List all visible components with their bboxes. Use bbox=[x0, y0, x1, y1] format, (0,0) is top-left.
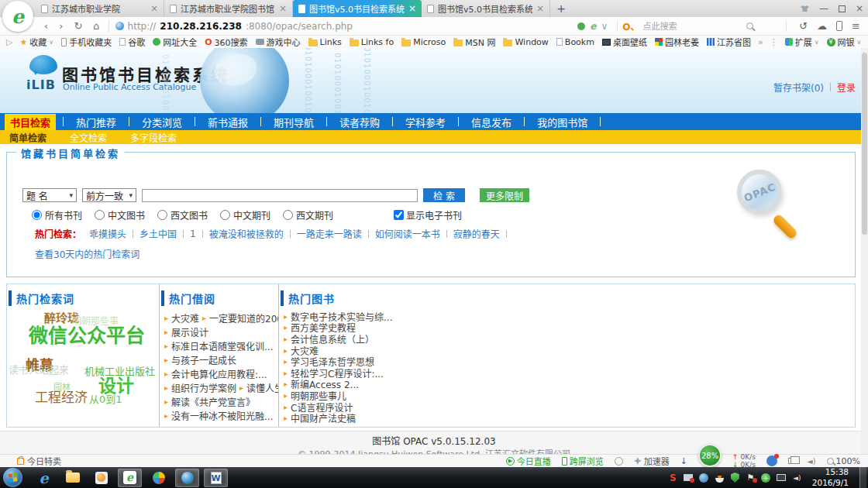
page-scrollbar[interactable] bbox=[861, 48, 868, 454]
nav-item-subject-reference[interactable]: 学科参考 bbox=[400, 114, 466, 130]
taskbar-mediaplayer-button[interactable] bbox=[89, 469, 113, 487]
borrow-link[interactable]: 大灾难 bbox=[171, 311, 199, 325]
radio-western-books[interactable] bbox=[157, 210, 167, 220]
skin-icon[interactable] bbox=[801, 5, 809, 12]
bookmark-laojiang[interactable]: 园林老姜 bbox=[651, 36, 703, 48]
browser-search-input[interactable] bbox=[642, 22, 743, 31]
cross-screen-button[interactable]: 跨屏浏览 bbox=[562, 455, 604, 467]
nav-item-reader-suggest[interactable]: 读者荐购 bbox=[334, 114, 400, 130]
bookmark-jslib[interactable]: 江苏省图 bbox=[703, 36, 755, 48]
bookmark-folder-microso[interactable]: Microso bbox=[398, 37, 450, 47]
book-link[interactable]: 中国财产法史稿 bbox=[291, 412, 356, 424]
radio-cn-journals[interactable] bbox=[220, 210, 230, 220]
tab-close-icon[interactable]: × bbox=[408, 3, 416, 14]
browser-tab-4[interactable]: 图书馆v5.0书目检索系统 × bbox=[422, 0, 550, 17]
more-limits-button[interactable]: 更多限制 bbox=[480, 188, 529, 202]
book-link[interactable]: 大灾难 bbox=[291, 345, 319, 356]
network-percent-badge[interactable]: 28% bbox=[698, 444, 722, 467]
taskbar-globe-app-button[interactable] bbox=[175, 469, 199, 487]
borrow-link[interactable]: 会计电算化应用教程:... bbox=[171, 367, 267, 380]
start-button[interactable] bbox=[3, 468, 22, 487]
book-link[interactable]: 西方美学史教程 bbox=[291, 322, 356, 334]
book-link[interactable]: 学习毛泽东哲学思想 bbox=[291, 356, 374, 367]
browser-tab-2[interactable]: 江苏城市职业学院图书馆 × bbox=[164, 0, 293, 17]
cloud-word[interactable]: 读书人站起来 bbox=[9, 362, 69, 376]
hot-term-link[interactable]: 乖摸摸头 bbox=[89, 227, 140, 240]
360-tray-icon[interactable]: + bbox=[761, 473, 770, 483]
speed-caret-icon[interactable]: ↓ bbox=[680, 456, 687, 466]
taskbar-360browser-button[interactable]: e bbox=[118, 469, 142, 487]
bookmark-360search[interactable]: O360搜索 bbox=[201, 36, 251, 48]
taskbar-ie-button[interactable]: e bbox=[32, 469, 56, 487]
tab-close-icon[interactable]: × bbox=[536, 3, 544, 14]
search-term-input[interactable] bbox=[142, 189, 418, 202]
multi-window-icon[interactable] bbox=[788, 458, 796, 464]
display-tray-icon[interactable] bbox=[777, 474, 786, 481]
book-link[interactable]: 轻松学习C程序设计:... bbox=[291, 367, 384, 379]
hot-term-link[interactable]: 如何阅读一本书 bbox=[375, 227, 453, 240]
compass-icon[interactable] bbox=[615, 457, 623, 466]
radio-cn-books[interactable] bbox=[95, 210, 105, 220]
address-bar[interactable]: http://210.28.216.238:8080/opac/search.p… bbox=[108, 20, 434, 33]
cloud-word[interactable]: 从0到1 bbox=[89, 391, 122, 406]
overflow-icon[interactable]: ⋮ bbox=[766, 37, 781, 47]
hot-term-link[interactable]: 乡土中国 bbox=[140, 227, 190, 240]
new-tab-button[interactable]: + bbox=[550, 0, 572, 17]
login-link[interactable]: 登录 bbox=[837, 81, 856, 94]
today-deals-button[interactable]: 今日特卖 bbox=[17, 455, 61, 467]
borrow-link[interactable]: 没有一种冰不被阳光融... bbox=[171, 409, 273, 422]
hot-term-link[interactable]: 1 bbox=[190, 229, 209, 239]
bookmark-favorites[interactable]: ★收藏∨ bbox=[16, 36, 57, 48]
borrow-link[interactable]: 组织行为学案例 bbox=[171, 381, 236, 394]
bookshelf-link[interactable]: 暂存书架(0) bbox=[773, 81, 824, 94]
scrollbar-thumb[interactable] bbox=[862, 53, 867, 235]
show-desktop-button[interactable] bbox=[859, 467, 866, 488]
taskbar-word-button[interactable]: W bbox=[204, 469, 228, 487]
history-icon[interactable]: ↺ bbox=[799, 20, 808, 32]
browser-tab-1[interactable]: 江苏城市职业学院 × bbox=[36, 0, 164, 17]
nav-item-browse-category[interactable]: 分类浏览 bbox=[136, 114, 202, 130]
borrow-link[interactable]: 标准日本语随堂强化训... bbox=[171, 339, 273, 352]
search-icon[interactable] bbox=[746, 22, 753, 29]
network-globe-tray-icon[interactable] bbox=[699, 473, 708, 483]
mode-dropdown-icon[interactable]: ∨ bbox=[601, 21, 608, 32]
site-safe-icon[interactable] bbox=[577, 22, 585, 30]
tab-close-icon[interactable]: × bbox=[279, 3, 287, 14]
browser-logo-icon[interactable]: e bbox=[2, 1, 33, 32]
hot-term-link[interactable]: 被淹没和被拯救的 bbox=[209, 227, 297, 240]
nav-item-journal-nav[interactable]: 期刊导航 bbox=[268, 114, 334, 130]
hot-term-link[interactable]: 寂静的春天 bbox=[453, 227, 513, 240]
cloud-word[interactable]: 工程经济 bbox=[35, 387, 88, 406]
search-button[interactable]: 检 索 bbox=[423, 188, 465, 202]
bookmark-folder-window[interactable]: Window bbox=[499, 37, 552, 47]
more-bookmarks-icon[interactable]: » bbox=[755, 37, 766, 47]
bookmark-mobile[interactable]: 手机收藏夹 bbox=[57, 36, 115, 48]
volume-tray-icon[interactable]: ◄) bbox=[792, 473, 802, 483]
sogou-tray-icon[interactable]: S bbox=[668, 473, 678, 483]
minimize-button[interactable]: — bbox=[819, 3, 828, 14]
collapse-icon[interactable]: ▷ bbox=[3, 37, 16, 47]
radio-all-books[interactable] bbox=[32, 210, 42, 220]
view-30days-link[interactable]: 查看30天内的热门检索词 bbox=[35, 247, 140, 260]
bookmark-wallpaper[interactable]: 桌面壁纸 bbox=[598, 36, 651, 48]
browser-search-box[interactable]: O、 bbox=[622, 19, 781, 33]
bookmark-bookm[interactable]: Bookm bbox=[553, 37, 598, 47]
borrow-link[interactable]: 与孩子一起成长 bbox=[171, 353, 236, 366]
book-link[interactable]: 数字电子技术实验与综... bbox=[291, 311, 392, 322]
tab-close-icon[interactable]: × bbox=[150, 3, 158, 14]
action-center-flag-icon[interactable]: ⚑ bbox=[746, 473, 756, 483]
qq-tray-icon[interactable] bbox=[715, 473, 724, 483]
borrow-link[interactable]: 读懂人生:珍藏版 bbox=[246, 381, 278, 394]
close-button[interactable]: × bbox=[856, 3, 863, 14]
maximize-button[interactable] bbox=[839, 5, 846, 12]
show-ebooks-checkbox[interactable] bbox=[394, 210, 404, 220]
subnav-fulltext-search[interactable]: 全文检索 bbox=[70, 131, 107, 144]
live-button[interactable]: ▶今日直播 bbox=[506, 455, 551, 467]
refresh-icon[interactable]: ↻ bbox=[74, 20, 82, 32]
book-link[interactable]: 会计信息系统（上） bbox=[291, 333, 374, 345]
compat-mode-icon[interactable]: e bbox=[590, 21, 596, 32]
notification-badge-icon[interactable] bbox=[766, 455, 777, 466]
taskbar-explorer-button[interactable] bbox=[60, 469, 84, 487]
printer-tray-icon[interactable] bbox=[684, 474, 693, 481]
forward-icon[interactable]: › bbox=[59, 20, 63, 32]
